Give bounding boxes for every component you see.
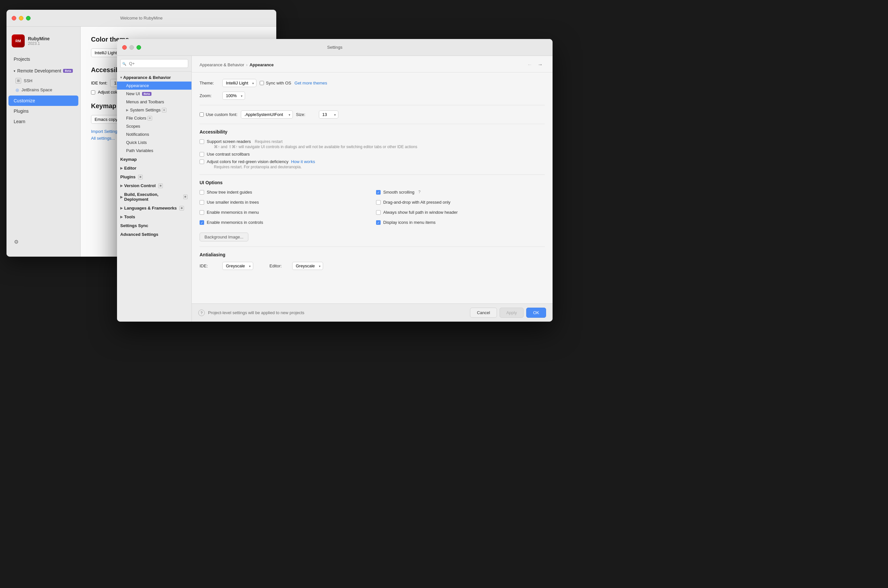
welcome-title: Welcome to RubyMine bbox=[120, 16, 163, 21]
ide-antialias-select[interactable]: Greyscale bbox=[222, 262, 253, 270]
background-image-button[interactable]: Background Image... bbox=[200, 232, 248, 242]
tree-section-header-build[interactable]: ▶ Build, Execution, Deployment ⊞ bbox=[117, 190, 191, 203]
tree-section-advanced: Advanced Settings bbox=[117, 230, 191, 238]
tree-item-scopes[interactable]: Scopes bbox=[117, 122, 191, 130]
tree-section-settings-sync: Settings Sync bbox=[117, 222, 191, 230]
editor-antialias-label: Editor: bbox=[269, 264, 289, 268]
tree-item-quick-lists[interactable]: Quick Lists bbox=[117, 138, 191, 147]
screen-readers-checkbox[interactable] bbox=[200, 140, 204, 144]
tree-section-header-plugins[interactable]: Plugins ⊞ bbox=[117, 173, 191, 181]
tree-item-file-colors[interactable]: File Colors ⊞ bbox=[117, 114, 191, 122]
ssh-icon: ⊞ bbox=[16, 78, 21, 84]
tree-section-header-editor[interactable]: ▶ Editor bbox=[117, 164, 191, 172]
sync-os-settings-checkbox[interactable] bbox=[260, 81, 264, 85]
settings-body: ▾ Appearance & Behavior Appearance New U… bbox=[117, 56, 553, 322]
cancel-button[interactable]: Cancel bbox=[470, 308, 497, 318]
sidebar-item-jetbrains-space[interactable]: ◎ JetBrains Space bbox=[6, 86, 80, 94]
adjust-colors-checkbox[interactable] bbox=[91, 90, 95, 94]
settings-close-button[interactable] bbox=[122, 45, 127, 50]
close-button[interactable] bbox=[12, 16, 16, 21]
tree-section-header-settings-sync[interactable]: Settings Sync bbox=[117, 222, 191, 230]
sidebar-item-ssh[interactable]: ⊞ SSH bbox=[6, 76, 80, 86]
contrast-scrollbars-text: Use contrast scrollbars bbox=[207, 152, 249, 157]
maximize-button[interactable] bbox=[26, 16, 30, 21]
adjust-colors-settings-note: Requires restart. For protanopia and deu… bbox=[214, 165, 315, 169]
size-select[interactable]: 13 bbox=[319, 111, 338, 118]
tree-item-appearance[interactable]: Appearance bbox=[117, 81, 191, 90]
nav-forward-button[interactable]: → bbox=[536, 61, 545, 68]
nav-back-button[interactable]: ← bbox=[525, 61, 534, 68]
tree-section-editor: ▶ Editor bbox=[117, 164, 191, 172]
sidebar-item-customize[interactable]: Customize bbox=[9, 96, 78, 106]
settings-maximize-button[interactable] bbox=[137, 45, 141, 50]
mnemonics-menu-checkbox[interactable] bbox=[200, 210, 204, 215]
full-path-checkbox[interactable] bbox=[376, 210, 381, 215]
contrast-scrollbars-row: Use contrast scrollbars bbox=[200, 152, 545, 157]
tree-section-header-languages[interactable]: ▶ Languages & Frameworks ⊞ bbox=[117, 204, 191, 212]
smaller-indents-checkbox[interactable] bbox=[200, 200, 204, 205]
minimize-button[interactable] bbox=[19, 16, 23, 21]
tree-section-build: ▶ Build, Execution, Deployment ⊞ bbox=[117, 190, 191, 203]
tools-chevron-icon: ▶ bbox=[120, 215, 123, 219]
sync-os-settings-text: Sync with OS bbox=[266, 81, 291, 86]
display-icons-checkbox[interactable]: ✓ bbox=[376, 220, 381, 225]
tree-item-system-settings[interactable]: ▶ System Settings ⊞ bbox=[117, 106, 191, 114]
tree-item-notifications[interactable]: Notifications bbox=[117, 130, 191, 138]
breadcrumb-current: Appearance bbox=[249, 62, 274, 67]
plugins-icon: ⊞ bbox=[138, 175, 143, 179]
settings-search-input[interactable] bbox=[120, 59, 188, 68]
tree-section-appearance-behavior: ▾ Appearance & Behavior Appearance New U… bbox=[117, 74, 191, 154]
breadcrumb-parent: Appearance & Behavior bbox=[200, 62, 244, 67]
drag-drop-checkbox[interactable] bbox=[376, 200, 381, 205]
editor-antialias-select[interactable]: Greyscale bbox=[292, 262, 323, 270]
mnemonics-controls-checkbox[interactable]: ✓ bbox=[200, 220, 204, 225]
sync-os-settings-label[interactable]: Sync with OS bbox=[260, 81, 291, 86]
get-more-themes-link[interactable]: Get more themes bbox=[294, 81, 327, 86]
tree-section-header-keymap[interactable]: Keymap bbox=[117, 155, 191, 164]
editor-tree-label: Editor bbox=[124, 166, 137, 171]
settings-gear-button[interactable]: ⚙ bbox=[12, 237, 21, 246]
apply-button[interactable]: Apply bbox=[500, 308, 524, 318]
tree-item-menus-toolbars[interactable]: Menus and Toolbars bbox=[117, 98, 191, 106]
footer-help-text: Project-level settings will be applied t… bbox=[208, 310, 304, 315]
vc-tree-label: Version Control bbox=[124, 183, 156, 188]
custom-font-checkbox[interactable] bbox=[200, 112, 204, 117]
how-it-works-link[interactable]: How it works bbox=[291, 159, 315, 164]
custom-font-select[interactable]: .AppleSystemUIFont bbox=[241, 111, 293, 118]
breadcrumb: Appearance & Behavior › Appearance bbox=[200, 62, 274, 67]
tree-item-new-ui[interactable]: New UI Beta bbox=[117, 90, 191, 98]
theme-settings-row: Theme: IntelliJ Light Sync with OS Get m… bbox=[200, 79, 545, 87]
show-tree-indent-text: Show tree indent guides bbox=[207, 190, 252, 195]
file-colors-label: File Colors bbox=[126, 116, 146, 120]
welcome-sidebar: RM RubyMine 2023.1 Projects ▾ Remote Dev… bbox=[6, 27, 81, 256]
drag-drop-row: Drag-and-drop with Alt pressed only bbox=[376, 200, 545, 205]
ok-button[interactable]: OK bbox=[526, 308, 546, 318]
ui-options-grid: Show tree indent guides ✓ Smooth scrolli… bbox=[200, 190, 545, 227]
tree-section-header-appearance-behavior[interactable]: ▾ Appearance & Behavior bbox=[117, 74, 191, 81]
sidebar-item-projects[interactable]: Projects bbox=[9, 54, 78, 64]
background-image-area: Background Image... bbox=[200, 232, 545, 242]
sidebar-footer: ⚙ bbox=[6, 232, 80, 252]
help-circle-icon[interactable]: ? bbox=[198, 310, 205, 316]
contrast-scrollbars-checkbox[interactable] bbox=[200, 152, 204, 157]
settings-minimize-button[interactable] bbox=[129, 45, 134, 50]
size-select-wrapper: 13 bbox=[319, 111, 338, 118]
editor-antialias-select-wrapper: Greyscale bbox=[292, 262, 323, 270]
file-colors-icon: ⊞ bbox=[147, 116, 152, 120]
theme-select[interactable]: IntelliJ Light bbox=[222, 79, 257, 87]
app-version: 2023.1 bbox=[28, 41, 50, 46]
custom-font-checkbox-label[interactable]: Use custom font: bbox=[200, 112, 237, 117]
all-settings-btn[interactable]: All settings... bbox=[91, 136, 115, 141]
sidebar-item-plugins[interactable]: Plugins bbox=[9, 106, 78, 116]
sidebar-item-remote-development[interactable]: ▾ Remote Development Beta bbox=[9, 66, 78, 76]
tree-section-header-tools[interactable]: ▶ Tools bbox=[117, 213, 191, 221]
tree-section-header-advanced[interactable]: Advanced Settings bbox=[117, 230, 191, 238]
sidebar-item-learn[interactable]: Learn bbox=[9, 116, 78, 127]
divider-2 bbox=[200, 124, 545, 124]
tree-section-header-vc[interactable]: ▶ Version Control ⊞ bbox=[117, 182, 191, 190]
show-tree-indent-checkbox[interactable] bbox=[200, 190, 204, 195]
adjust-colors-settings-checkbox[interactable] bbox=[200, 159, 204, 164]
smooth-scrolling-checkbox[interactable]: ✓ bbox=[376, 190, 381, 195]
tree-item-path-variables[interactable]: Path Variables bbox=[117, 147, 191, 154]
zoom-select[interactable]: 100% bbox=[222, 92, 245, 100]
